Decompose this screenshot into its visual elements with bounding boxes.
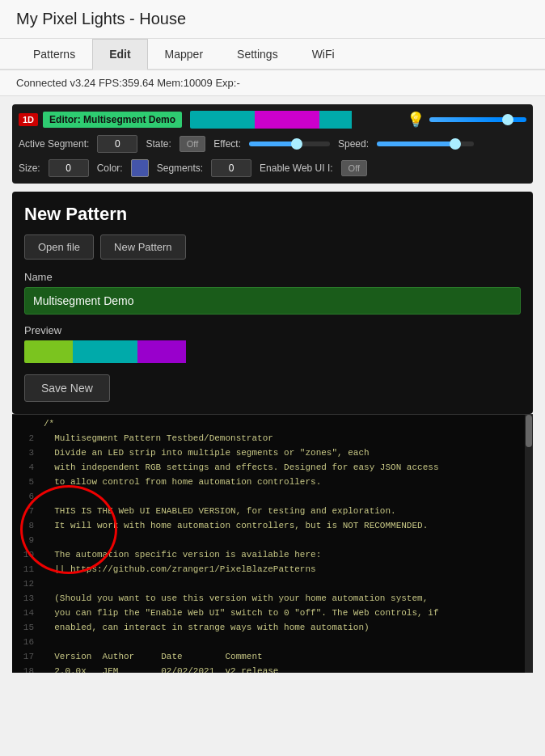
preview-seg-1 — [24, 340, 73, 363]
brightness-slider[interactable] — [429, 117, 526, 122]
title-bar: My Pixel Lights - House — [0, 0, 545, 39]
code-line: 2 Multisegment Pattern Testbed/Demonstra… — [12, 433, 523, 447]
preview-label: Preview — [24, 324, 521, 336]
open-file-button[interactable]: Open file — [24, 234, 94, 260]
code-line: 10 The automation specific version is av… — [12, 549, 523, 564]
led-seg-1 — [190, 111, 255, 129]
code-line: 5 to allow control from home automation … — [12, 476, 523, 491]
code-line: 4 with independent RGB settings and effe… — [12, 462, 523, 476]
effect-label: Effect: — [213, 138, 241, 150]
led-header-strip — [190, 111, 399, 129]
code-lines-container: /*2 Multisegment Pattern Testbed/Demonst… — [12, 418, 523, 673]
code-line: 14 you can flip the "Enable Web UI" swit… — [12, 607, 523, 622]
effect-slider[interactable] — [249, 141, 330, 146]
new-pattern-section: New Pattern Open file New Pattern Name P… — [12, 192, 533, 414]
tab-wifi[interactable]: WiFi — [295, 39, 352, 70]
pattern-btn-row: Open file New Pattern — [24, 234, 521, 260]
tab-mapper[interactable]: Mapper — [148, 39, 220, 70]
tab-settings[interactable]: Settings — [220, 39, 295, 70]
size-value[interactable]: 0 — [49, 159, 89, 177]
preview-seg-3 — [137, 340, 186, 363]
enable-webui-toggle[interactable]: Off — [341, 160, 367, 176]
segments-value[interactable]: 0 — [211, 159, 251, 177]
dimension-badge: 1D — [19, 113, 38, 126]
code-scrollbar[interactable] — [525, 415, 533, 673]
speed-label: Speed: — [338, 138, 369, 150]
color-swatch[interactable] — [131, 159, 149, 177]
led-editor-panel: 1D Editor: Multisegment Demo 💡 Active Se… — [12, 104, 533, 184]
led-seg-2 — [255, 111, 319, 129]
code-line: 7 THIS IS THE Web UI ENABLED VERSION, fo… — [12, 505, 523, 520]
editor-header: 1D Editor: Multisegment Demo 💡 — [19, 111, 526, 129]
app-title: My Pixel Lights - House — [16, 10, 529, 28]
code-line: 18 2.0.0x JEM 02/02/2021 v2 release — [12, 665, 523, 673]
new-pattern-title: New Pattern — [24, 204, 521, 225]
code-line: 6 — [12, 491, 523, 505]
code-line: 11 || https://github.com/zranger1/PixelB… — [12, 564, 523, 578]
code-line: 16 — [12, 636, 523, 651]
preview-seg-2 — [73, 340, 137, 363]
color-label: Color: — [97, 163, 123, 174]
tab-edit[interactable]: Edit — [92, 39, 147, 70]
code-line: 15 enabled, can interact in strange ways… — [12, 622, 523, 636]
active-segment-value[interactable]: 0 — [97, 135, 137, 153]
tab-bar: Patterns Edit Mapper Settings WiFi — [0, 39, 545, 70]
status-text: Connected v3.24 FPS:359.64 Mem:10009 Exp… — [16, 77, 240, 89]
led-seg-3 — [319, 111, 352, 129]
controls-row-1: Active Segment: 0 State: Off Effect: Spe… — [19, 135, 526, 153]
main-content: 1D Editor: Multisegment Demo 💡 Active Se… — [0, 96, 545, 681]
controls-row-2: Size: 0 Color: Segments: 0 Enable Web UI… — [19, 159, 526, 177]
name-input[interactable] — [24, 287, 521, 315]
code-line: 9 — [12, 534, 523, 549]
save-new-button[interactable]: Save New — [24, 374, 110, 402]
speed-slider[interactable] — [377, 141, 474, 146]
status-bar: Connected v3.24 FPS:359.64 Mem:10009 Exp… — [0, 70, 545, 96]
code-line: 8 It will work with home automation cont… — [12, 520, 523, 534]
code-line: 3 Divide an LED strip into multiple segm… — [12, 447, 523, 462]
editor-title-badge: Editor: Multisegment Demo — [43, 112, 182, 128]
segments-label: Segments: — [157, 163, 203, 174]
code-line: 17 Version Author Date Comment — [12, 651, 523, 665]
code-scrollbar-thumb[interactable] — [526, 415, 532, 447]
state-label: State: — [146, 138, 171, 150]
state-toggle[interactable]: Off — [180, 136, 205, 152]
bulb-icon: 💡 — [407, 111, 425, 129]
code-line: /* — [12, 418, 523, 433]
code-editor[interactable]: /*2 Multisegment Pattern Testbed/Demonst… — [12, 414, 533, 673]
size-label: Size: — [19, 163, 40, 174]
code-line: 12 — [12, 578, 523, 593]
tab-patterns[interactable]: Patterns — [16, 39, 92, 70]
name-label: Name — [24, 271, 521, 283]
preview-strip — [24, 340, 234, 363]
new-pattern-button[interactable]: New Pattern — [100, 234, 186, 260]
code-line: 13 (Should you want to use this version … — [12, 593, 523, 607]
active-segment-label: Active Segment: — [19, 138, 89, 150]
enable-webui-label: Enable Web UI I: — [260, 163, 333, 174]
